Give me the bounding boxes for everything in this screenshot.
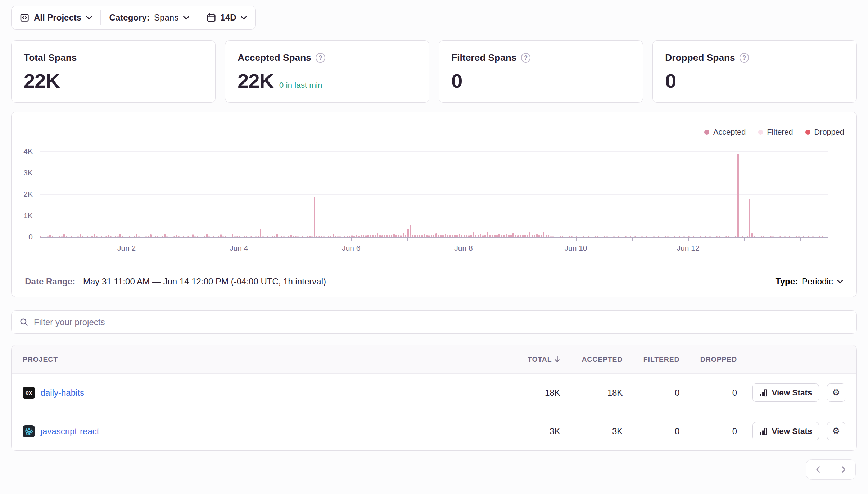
project-settings-button[interactable]: ⚙ (827, 422, 845, 440)
filtered-spans-value: 0 (451, 69, 462, 93)
accepted-bar (73, 237, 74, 237)
category-filter-dropdown[interactable]: Category: Spans (101, 6, 198, 30)
express-platform-icon: ex (23, 387, 35, 399)
accepted-bar (695, 237, 697, 237)
accepted-bar (314, 197, 315, 237)
accepted-bar (297, 236, 299, 237)
view-stats-button[interactable]: View Stats (752, 383, 819, 402)
accepted-bar (772, 236, 774, 237)
accepted-bar (269, 237, 271, 237)
accepted-bar (105, 236, 107, 237)
accepted-bar (716, 236, 718, 237)
accepted-bar (47, 236, 49, 237)
accepted-bar (136, 234, 137, 237)
accepted-bar (119, 234, 121, 237)
accepted-bar (225, 236, 226, 237)
accepted-cell: 18K (560, 388, 623, 398)
accepted-bar (358, 236, 360, 237)
project-link[interactable]: daily-habits (41, 388, 84, 398)
dropped-spans-value: 0 (665, 69, 676, 93)
accepted-bar (91, 236, 93, 237)
accepted-bar (794, 237, 795, 237)
help-icon[interactable]: ? (740, 53, 749, 62)
accepted-bar (190, 237, 191, 237)
accepted-bar (222, 236, 224, 237)
accepted-bar (164, 234, 166, 237)
card-title: Dropped Spans ? (665, 52, 844, 63)
accepted-bar (211, 237, 212, 237)
legend-item-filtered[interactable]: Filtered (758, 127, 793, 137)
accepted-bar (117, 236, 119, 237)
accepted-bar (747, 236, 748, 237)
accepted-bar (279, 237, 280, 237)
accepted-bar (655, 237, 657, 237)
x-axis-label: Jun 6 (342, 244, 360, 252)
view-stats-button[interactable]: View Stats (752, 422, 819, 440)
accepted-bar (492, 235, 493, 237)
card-title: Filtered Spans ? (451, 52, 630, 63)
project-settings-button[interactable]: ⚙ (827, 383, 845, 402)
accepted-bar (611, 237, 612, 237)
accepted-bar (674, 236, 675, 237)
accepted-bar (707, 237, 708, 237)
accepted-bar (213, 236, 214, 237)
accepted-bar (176, 235, 177, 237)
accepted-bar (798, 236, 800, 237)
legend-item-dropped[interactable]: Dropped (805, 127, 844, 137)
accepted-bar (489, 235, 490, 237)
accepted-bar (103, 237, 105, 237)
accepted-bar (96, 236, 98, 237)
accepted-bar (300, 237, 301, 237)
accepted-bar (709, 236, 711, 237)
accepted-bar (641, 236, 643, 237)
accepted-bar (353, 236, 355, 237)
accepted-bar (560, 236, 561, 237)
x-axis-tick (407, 237, 408, 241)
help-icon[interactable]: ? (521, 53, 530, 62)
search-input[interactable] (34, 317, 849, 327)
category-filter-label: Category: (109, 13, 150, 23)
accepted-bar (124, 237, 126, 237)
accepted-bar (468, 235, 470, 237)
card-title: Total Spans (24, 52, 203, 63)
help-icon[interactable]: ? (316, 53, 325, 62)
accepted-bar (648, 237, 650, 237)
next-page-button[interactable] (831, 460, 855, 479)
accepted-bar (665, 236, 666, 237)
project-filter-dropdown[interactable]: All Projects (12, 6, 100, 30)
accepted-bar (199, 237, 200, 237)
accepted-bar (410, 225, 411, 237)
accepted-bar (711, 237, 713, 237)
accepted-bar (138, 236, 140, 237)
x-axis-label: Jun 12 (677, 244, 700, 252)
accepted-bar (524, 235, 526, 237)
accepted-bar (763, 236, 764, 237)
accepted-bar (538, 235, 540, 237)
projects-icon (20, 13, 29, 22)
accepted-bar (272, 236, 273, 237)
accepted-bar (445, 234, 446, 237)
accepted-bar (379, 235, 381, 237)
x-axis-tick (71, 237, 71, 241)
type-selector[interactable]: Type: Periodic (776, 277, 843, 287)
accepted-bar (810, 237, 811, 237)
accepted-bar (447, 235, 448, 237)
x-axis-label: Jun 4 (230, 244, 248, 252)
date-period-dropdown[interactable]: 14D (198, 6, 255, 30)
accepted-bar (99, 237, 100, 237)
accepted-bar (768, 237, 769, 237)
legend-item-accepted[interactable]: Accepted (704, 127, 746, 137)
accepted-bar (197, 236, 198, 237)
accepted-bar (552, 236, 554, 237)
accepted-bar (484, 235, 486, 237)
project-link[interactable]: javascript-react (41, 426, 99, 436)
accepted-bar (281, 236, 282, 237)
column-header-total[interactable]: TOTAL (507, 355, 560, 364)
accepted-bar (723, 237, 725, 237)
view-stats-label: View Stats (772, 427, 812, 436)
previous-page-button[interactable] (806, 460, 831, 479)
accepted-bar (349, 236, 350, 237)
table-row: javascript-react 3K 3K 0 0 View Stats ⚙ (12, 412, 856, 450)
accepted-bar (697, 237, 699, 237)
accepted-bar (438, 235, 439, 237)
